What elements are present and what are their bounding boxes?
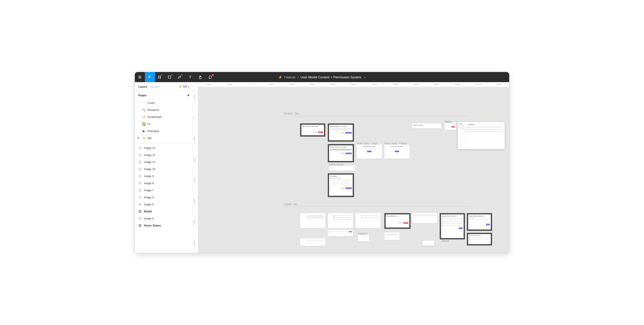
artboard[interactable] xyxy=(329,166,355,171)
image-icon xyxy=(138,174,142,178)
ruler-tick: 1000 xyxy=(260,82,281,87)
hand-tool[interactable] xyxy=(195,72,205,82)
page-emoji-icon: ▶ xyxy=(142,129,145,133)
artboard[interactable] xyxy=(328,213,353,228)
artboard[interactable]: Assign members to Admin role xyxy=(467,233,492,245)
document-title[interactable]: ⚡ Feature / User Model Content + Permiss… xyxy=(278,75,366,79)
artboard[interactable] xyxy=(358,235,369,241)
artboard[interactable]: Add team members to your project Cancel … xyxy=(328,123,354,142)
tab-layers[interactable]: Layers xyxy=(138,85,147,88)
ruler-tick: 5000 xyxy=(193,212,198,232)
layer-item[interactable]: image 10 xyxy=(135,166,193,173)
main-body: Layers Assets 👌 QA Pages + Cover🔍Researc… xyxy=(135,82,509,253)
page-label: Prototype xyxy=(147,129,159,133)
artboard[interactable]: Invite your team members Done xyxy=(357,145,382,159)
ruler-tick: 10000 xyxy=(447,82,468,87)
layer-item[interactable]: image 13 xyxy=(135,144,193,151)
layer-label: image 7 xyxy=(144,189,154,192)
add-page-button[interactable]: + xyxy=(187,93,189,98)
ruler-tick: -1000 xyxy=(193,87,198,108)
comment-tool[interactable] xyxy=(205,72,215,82)
layer-item[interactable]: Hover States xyxy=(135,222,193,229)
svg-point-12 xyxy=(139,182,140,183)
svg-point-8 xyxy=(139,168,140,169)
text-tool[interactable] xyxy=(185,72,195,82)
artboard[interactable] xyxy=(355,213,381,228)
image-icon xyxy=(138,188,142,192)
ruler-tick: 9000 xyxy=(426,82,447,87)
artboard[interactable]: Remove Member - Ana Cancel Remove xyxy=(384,213,411,229)
page-item[interactable]: 📝Scratchpad xyxy=(135,113,193,120)
layer-item[interactable]: image 9 xyxy=(135,173,193,180)
layer-list: image 13image 12image 11image 10image 9i… xyxy=(135,143,193,253)
artboard[interactable]: Add team members to your project Cancel … xyxy=(328,144,354,162)
image-icon xyxy=(138,196,142,199)
ruler-tick: 12000 xyxy=(489,82,509,87)
frame-label[interactable]: Modal xyxy=(442,240,449,242)
canvas-area[interactable]: -2000-1000010002000300040005000600070008… xyxy=(193,82,509,253)
artboard[interactable]: Team Members Add team members to your pr… xyxy=(328,173,354,197)
layer-label: image 8 xyxy=(144,182,154,185)
ruler-tick: 6000 xyxy=(193,232,198,253)
page-emoji-icon: ✅ xyxy=(142,122,145,126)
artboard[interactable]: Assign members to Admin role Email addre… xyxy=(467,213,492,231)
frame-icon xyxy=(138,224,142,227)
page-item[interactable]: Cover xyxy=(135,99,193,106)
svg-point-10 xyxy=(139,175,140,176)
layer-item[interactable]: image 5 xyxy=(135,201,193,208)
image-icon xyxy=(138,181,142,185)
ruler-tick: 11000 xyxy=(468,82,488,87)
artboard[interactable] xyxy=(384,232,399,240)
canvas[interactable]: 24 NOV - DG Remove Member - Damian Dugan… xyxy=(198,87,509,253)
current-page-dropdown[interactable]: 👌 QA xyxy=(179,85,189,88)
artboard[interactable] xyxy=(422,240,435,246)
file-name: User Model Content + Permission System xyxy=(300,75,361,79)
artboard[interactable]: Settings Team Members xyxy=(458,122,505,149)
app-window: ⚡ Feature / User Model Content + Permiss… xyxy=(135,72,509,253)
shape-tool[interactable] xyxy=(165,72,175,82)
frame-tool[interactable] xyxy=(155,72,165,82)
section-divider xyxy=(284,116,470,116)
page-label: Cover xyxy=(147,101,155,104)
page-emoji-icon: 📝 xyxy=(142,115,145,119)
artboard[interactable]: Remove Member - Damian Dugan Cancel Remo… xyxy=(300,123,325,137)
artboard[interactable]: Assign members to Admin role Save xyxy=(440,213,465,239)
layer-item[interactable]: image 4 xyxy=(135,215,193,222)
svg-point-16 xyxy=(139,197,140,197)
pen-tool[interactable] xyxy=(175,72,185,82)
page-item[interactable]: 👌QA xyxy=(135,135,193,142)
page-item[interactable]: 🔍Research xyxy=(135,106,193,113)
layer-item[interactable]: Modal xyxy=(135,208,193,215)
frame-icon xyxy=(138,210,142,213)
layer-item[interactable]: image 8 xyxy=(135,180,193,187)
move-tool[interactable] xyxy=(145,72,155,82)
layer-item[interactable]: image 6 xyxy=(135,194,193,201)
layer-item[interactable]: image 11 xyxy=(135,158,193,166)
artboard[interactable] xyxy=(300,238,325,246)
section-label: 24 NOV - DG xyxy=(284,112,299,115)
ruler-corner xyxy=(193,82,198,87)
layer-label: image 11 xyxy=(144,160,155,164)
artboard[interactable]: Invite your team members Done xyxy=(384,145,410,159)
artboard[interactable] xyxy=(300,213,325,228)
image-icon xyxy=(138,167,142,171)
svg-point-2 xyxy=(139,147,140,148)
page-item[interactable]: ▶Prototype xyxy=(135,127,193,135)
layer-label: image 6 xyxy=(144,196,154,199)
artboard[interactable]: Delete xyxy=(445,123,456,130)
layer-label: image 10 xyxy=(144,168,155,171)
page-emoji-icon: 🔍 xyxy=(142,108,145,112)
section-divider xyxy=(284,207,470,207)
artboard[interactable] xyxy=(412,213,437,223)
artboard[interactable]: New xyxy=(328,230,353,236)
artboard[interactable]: Invite team members xyxy=(412,123,441,128)
page-label: Scratchpad xyxy=(147,115,162,118)
notification-dot-icon xyxy=(212,74,214,76)
ruler-tick: 3000 xyxy=(302,82,323,87)
tab-assets[interactable]: Assets xyxy=(151,85,159,88)
page-item[interactable]: ✅UI xyxy=(135,120,193,127)
menu-button[interactable] xyxy=(135,72,145,82)
layer-item[interactable]: image 7 xyxy=(135,187,193,194)
layer-item[interactable]: image 12 xyxy=(135,151,193,158)
ruler-tick: 6000 xyxy=(364,82,385,87)
